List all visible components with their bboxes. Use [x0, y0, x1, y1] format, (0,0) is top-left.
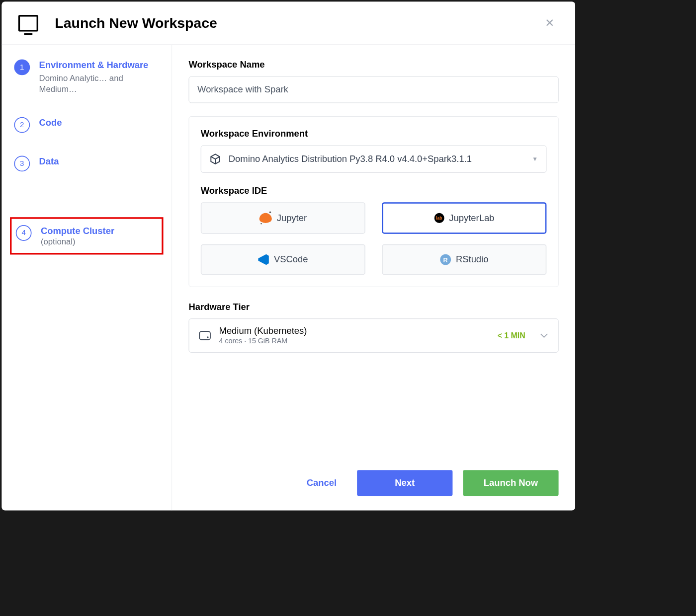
- environment-ide-section: Workspace Environment Domino Analytics D…: [189, 116, 559, 287]
- modal-body: 1 Environment & Hardware Domino Analytic…: [1, 45, 575, 510]
- chevron-down-icon: [540, 333, 548, 338]
- hardware-tier-specs: 4 cores · 15 GiB RAM: [219, 337, 498, 346]
- ide-label: RStudio: [456, 254, 488, 265]
- monitor-icon: [18, 15, 38, 31]
- storage-icon: [199, 331, 210, 340]
- chevron-down-icon: ▼: [532, 156, 538, 162]
- step-number: 2: [14, 117, 30, 133]
- cancel-button[interactable]: Cancel: [297, 471, 347, 495]
- step-number: 1: [14, 60, 30, 76]
- modal-title: Launch New Workspace: [55, 15, 217, 31]
- hardware-tier-label: Hardware Tier: [189, 302, 559, 312]
- workspace-name-input[interactable]: [189, 77, 559, 103]
- modal-footer: Cancel Next Launch Now: [189, 458, 559, 496]
- close-icon[interactable]: ✕: [541, 14, 559, 32]
- hardware-tier-name: Medium (Kubernetes): [219, 325, 498, 336]
- vscode-icon: [258, 254, 269, 265]
- step-title: Data: [39, 155, 160, 167]
- environment-value: Domino Analytics Distribution Py3.8 R4.0…: [229, 154, 532, 164]
- workspace-ide-label: Workspace IDE: [201, 185, 547, 196]
- step-environment-hardware[interactable]: 1 Environment & Hardware Domino Analytic…: [14, 60, 159, 94]
- step-subtitle: Domino Analytic… and Medium…: [39, 73, 160, 94]
- environment-select[interactable]: Domino Analytics Distribution Py3.8 R4.0…: [201, 146, 547, 173]
- ide-label: JupyterLab: [449, 213, 494, 224]
- step-data[interactable]: 3 Data: [14, 155, 159, 171]
- ide-option-vscode[interactable]: VSCode: [201, 244, 365, 275]
- rstudio-icon: R: [440, 254, 451, 265]
- step-optional-label: (optional): [41, 237, 154, 246]
- step-sidebar: 1 Environment & Hardware Domino Analytic…: [1, 45, 172, 510]
- launch-workspace-modal: Launch New Workspace ✕ 1 Environment & H…: [1, 1, 575, 510]
- ide-option-jupyterlab[interactable]: lab JupyterLab: [382, 202, 546, 234]
- launch-now-button[interactable]: Launch Now: [463, 470, 558, 496]
- step-title: Compute Cluster: [41, 225, 154, 236]
- hardware-tier-select[interactable]: Medium (Kubernetes) 4 cores · 15 GiB RAM…: [189, 318, 559, 353]
- next-button[interactable]: Next: [357, 470, 452, 496]
- jupyterlab-icon: lab: [434, 213, 444, 223]
- workspace-name-label: Workspace Name: [189, 60, 559, 71]
- cube-icon: [209, 153, 221, 164]
- ide-option-jupyter[interactable]: Jupyter: [201, 202, 365, 234]
- step-title: Environment & Hardware: [39, 60, 160, 71]
- step-number: 3: [14, 155, 30, 171]
- main-panel: Workspace Name Workspace Environment Dom…: [172, 45, 575, 510]
- step-code[interactable]: 2 Code: [14, 117, 159, 133]
- step-title: Code: [39, 117, 160, 128]
- step-compute-cluster[interactable]: 4 Compute Cluster (optional): [10, 217, 163, 255]
- hardware-tier-eta: < 1 MIN: [498, 331, 525, 340]
- workspace-env-label: Workspace Environment: [201, 128, 547, 139]
- jupyter-icon: [260, 213, 272, 223]
- step-number: 4: [16, 225, 32, 241]
- ide-label: Jupyter: [277, 213, 307, 224]
- ide-label: VSCode: [274, 254, 308, 265]
- ide-option-rstudio[interactable]: R RStudio: [382, 244, 546, 275]
- ide-grid: Jupyter lab JupyterLab VSCode R RStudio: [201, 202, 547, 275]
- modal-header: Launch New Workspace ✕: [1, 1, 575, 45]
